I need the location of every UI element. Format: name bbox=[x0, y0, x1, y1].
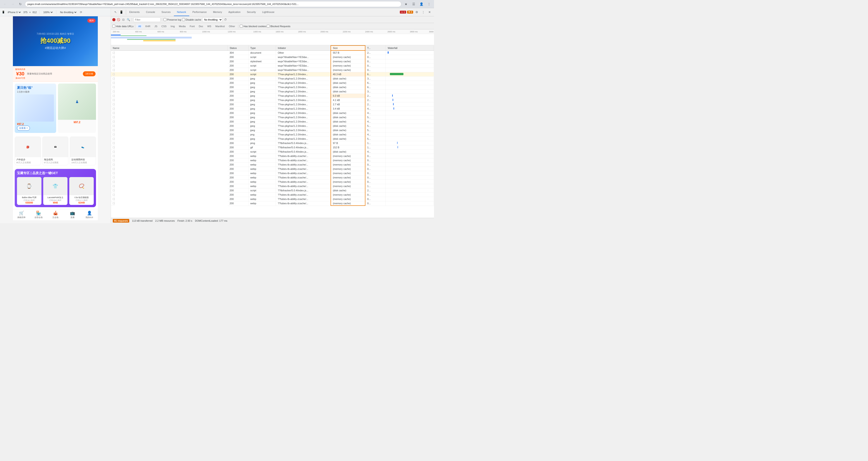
filter-font[interactable]: Font bbox=[188, 24, 196, 29]
tab-security[interactable]: Security bbox=[244, 8, 259, 16]
table-row[interactable]: aplus_ae.js 200 script ??tb/tracker/5.0.… bbox=[111, 188, 434, 193]
blocked-requests-label[interactable]: Blocked Requests bbox=[267, 25, 290, 28]
error-badge[interactable]: ⚠ 1 bbox=[400, 11, 406, 13]
coupon-button[interactable]: 1积分抢 bbox=[83, 71, 96, 76]
filter-other[interactable]: Other bbox=[227, 24, 237, 29]
filter-button[interactable]: ⊡ bbox=[121, 18, 125, 22]
table-row[interactable]: O1CN01SEhVLw1JLztS25vgh_!!6000000001013-… bbox=[111, 111, 434, 115]
filter-css[interactable]: CSS bbox=[160, 24, 168, 29]
nav-item-cart[interactable]: 🛒 购物清单 bbox=[13, 211, 30, 219]
table-row[interactable]: O1CN01178ZJAN249QyDbrDm0_!!6000000007348… bbox=[111, 102, 434, 106]
table-row[interactable]: O1CN01g1sLXa1FaPtykwSTs_!!6000000000503-… bbox=[111, 171, 434, 176]
nav-item-all[interactable]: 🏪 全部会场 bbox=[30, 211, 47, 219]
filter-xhr[interactable]: XHR bbox=[143, 24, 152, 29]
col-header-size[interactable]: Size bbox=[331, 45, 365, 51]
settings-button[interactable]: ⚙ bbox=[414, 9, 420, 15]
network-table-container[interactable]: Name Status Type Initiator Size T... Wat… bbox=[111, 45, 434, 218]
table-row[interactable]: O1CN01LZUeyN1zGhAmE63iO_!!6000000006687-… bbox=[111, 154, 434, 158]
menu-button[interactable]: ⋮ bbox=[426, 1, 432, 7]
bookmark-button[interactable]: ★ bbox=[403, 1, 409, 7]
tab-memory[interactable]: Memory bbox=[210, 8, 225, 16]
close-devtools-button[interactable]: ✕ bbox=[427, 9, 432, 15]
blocked-cookies-label[interactable]: Has blocked cookies bbox=[240, 25, 266, 28]
col-header-initiator[interactable]: Initiator bbox=[276, 45, 331, 51]
more-tools-button[interactable]: ⋮ bbox=[421, 9, 426, 15]
table-row[interactable]: O1CN01JdHdCJ1Wd1chE2kdo_!!6000000002810-… bbox=[111, 94, 434, 98]
reload-button[interactable]: ↻ bbox=[17, 1, 24, 7]
table-row[interactable]: x.p.d 200 ping ??tb/tracker/5.0.4/index.… bbox=[111, 141, 434, 145]
table-row[interactable]: O1CN017MOu9W1FpWyKUSqDP_!!6000000000536-… bbox=[111, 158, 434, 162]
search-button[interactable]: 🔍 bbox=[126, 18, 130, 22]
banner-badge[interactable]: 规则 bbox=[87, 19, 96, 23]
table-row[interactable]: O1CN01LYMiwO1o4p8GKVqg1_!!6000000005172-… bbox=[111, 193, 434, 197]
zoom-select[interactable]: 100% bbox=[42, 11, 54, 14]
table-row[interactable]: O1CN01LYMiwO1o4p8GKVqg1_!!6000000005172-… bbox=[111, 89, 434, 94]
col-header-type[interactable]: Type bbox=[248, 45, 276, 51]
col-header-waterfall[interactable]: Waterfall bbox=[386, 45, 434, 51]
forward-button[interactable]: → bbox=[9, 1, 16, 7]
filter-all[interactable]: All bbox=[136, 24, 143, 29]
tab-application[interactable]: Application bbox=[225, 8, 244, 16]
disable-cache-checkbox[interactable] bbox=[182, 18, 185, 21]
extensions-button[interactable]: ☰ bbox=[410, 1, 417, 7]
blocked-requests-checkbox[interactable] bbox=[267, 25, 270, 28]
rotate-button[interactable]: ⟳ bbox=[79, 10, 83, 14]
device-select[interactable]: iPhone X bbox=[7, 11, 22, 14]
table-row[interactable]: wupr?disableNav=YES&wh_pid=main-245295&a… bbox=[111, 51, 434, 55]
profile-button[interactable]: 👤 bbox=[418, 1, 425, 7]
preserve-log-label[interactable]: Preserve log bbox=[163, 18, 181, 21]
table-row[interactable]: ??tube/index.css 200 stylesheet wupr?dis… bbox=[111, 59, 434, 64]
disable-cache-label[interactable]: Disable cache bbox=[182, 18, 201, 21]
table-row[interactable]: O1CN01qx73Rf1tnJgeLUxYX_!!6000000005946-… bbox=[111, 106, 434, 111]
col-header-name[interactable]: Name bbox=[111, 45, 228, 51]
table-row[interactable]: m.gif?logtype=1&title=%E9%A3%8E%E5%B0%9A… bbox=[111, 145, 434, 150]
summer-button[interactable]: 去逛逛 > bbox=[17, 126, 30, 131]
table-row[interactable]: ??tubes-tb-ability-zcache/1.0.4/plugin/i… bbox=[111, 68, 434, 72]
filter-js[interactable]: JS bbox=[153, 24, 159, 29]
record-button[interactable] bbox=[112, 18, 116, 21]
filter-manifest[interactable]: Manifest bbox=[214, 24, 227, 29]
clear-button[interactable]: 🚫 bbox=[116, 18, 120, 22]
col-header-time[interactable]: T... bbox=[365, 45, 386, 51]
hide-data-urls-checkbox[interactable] bbox=[112, 25, 115, 28]
table-row[interactable]: O1CN01AHvolS1MNmHZxRuge_!!6000000001423-… bbox=[111, 180, 434, 184]
table-row[interactable]: O1CN01Erdvro1Gpoq9cHPpx_!!6000000000672-… bbox=[111, 184, 434, 188]
table-row[interactable]: O1CN01fuVxG1adGlMrkOll_!!6000000003352-2… bbox=[111, 167, 434, 171]
table-row[interactable]: ??jsv=2.6.1&appKey=12574478&t=1623057833… bbox=[111, 72, 434, 76]
table-row[interactable]: O1CN012tQrOB1sn1oxJMj37_!!6000000005810-… bbox=[111, 98, 434, 102]
tab-performance[interactable]: Performance bbox=[189, 8, 210, 16]
nav-item-main[interactable]: 🎪 主会场 bbox=[47, 211, 64, 219]
import-button[interactable]: ⏱ bbox=[223, 18, 227, 22]
table-row[interactable]: ??rax-pkg/rax/1.2.0/index.js,rax-pkg/uni… bbox=[111, 64, 434, 68]
back-button[interactable]: ← bbox=[2, 1, 8, 7]
table-row[interactable]: O1CN0115LHST1zHbxiKUjg0_!!6000000006689-… bbox=[111, 201, 434, 206]
mobile-content[interactable]: 7月9-8日 10月10-12日 风尚日 智享日 抢400减90 #潮流运动大牌… bbox=[0, 16, 111, 223]
nav-item-profile[interactable]: 👤 我的618 bbox=[81, 211, 98, 219]
filter-img[interactable]: Img bbox=[169, 24, 177, 29]
table-row[interactable]: O1CN01Erdvro1Gpoq9cHPpx_!!6000000000672-… bbox=[111, 85, 434, 89]
inspect-element-button[interactable]: ↖ bbox=[113, 9, 118, 15]
tab-console[interactable]: Console bbox=[143, 8, 158, 16]
table-row[interactable]: ??mmod/zebra-magical-1143-1556442367562/… bbox=[111, 150, 434, 154]
table-row[interactable]: TB1XVIxNXXXXcyXXXXXXXXX-60-60.jpg_110x10… bbox=[111, 120, 434, 124]
table-row[interactable]: ??tb/tracker/5.0.4/index.js,alilog/aplus… bbox=[111, 55, 434, 59]
col-header-status[interactable]: Status bbox=[228, 45, 248, 51]
preserve-log-checkbox[interactable] bbox=[163, 18, 166, 21]
table-row[interactable]: O1CN01xi04611DrFDmKsZCL_!!6000000000269-… bbox=[111, 137, 434, 141]
filter-doc[interactable]: Doc bbox=[197, 24, 205, 29]
table-row[interactable]: TB10ystNXXXXazXpXXXXXXXX-60-60.jpg_110x1… bbox=[111, 128, 434, 132]
address-bar[interactable]: pages.tmall.com/wow/a/act/tmall/tmc/3195… bbox=[25, 1, 401, 7]
table-row[interactable]: O1CN01CCPyun1P1k4sbfzWA_!!6000000001781-… bbox=[111, 176, 434, 180]
tab-network[interactable]: Network bbox=[174, 8, 189, 16]
table-row[interactable]: O1CN01CCPyun1P1k4sbfzWA_!!6000000001781-… bbox=[111, 76, 434, 81]
table-row[interactable]: O1CN01SEhVLw1JLztS25vgh_!!6000000001013-… bbox=[111, 197, 434, 201]
table-row[interactable]: O1CN01xFcACv1zMBvTxLnt5_!!6000000006699-… bbox=[111, 162, 434, 167]
filter-input[interactable] bbox=[133, 18, 160, 22]
blocked-cookies-checkbox[interactable] bbox=[240, 25, 243, 28]
device-toolbar-button[interactable]: 📱 bbox=[119, 9, 124, 15]
table-row[interactable]: O1CN0115LHST1zHbxiKUjg0_!!6000000006689-… bbox=[111, 115, 434, 120]
table-row[interactable]: O1CN01AHvolS1MNmHZxRuge_!!6000000001423-… bbox=[111, 81, 434, 85]
table-row[interactable]: O1CN01kTvY1Z22Vl2pzcD0H_!!6000000007126-… bbox=[111, 124, 434, 128]
filter-media[interactable]: Media bbox=[177, 24, 187, 29]
table-row[interactable]: TB1OfbjjVP7gK0jSZFjXc5aXXa-3-1.png_110x1… bbox=[111, 132, 434, 137]
